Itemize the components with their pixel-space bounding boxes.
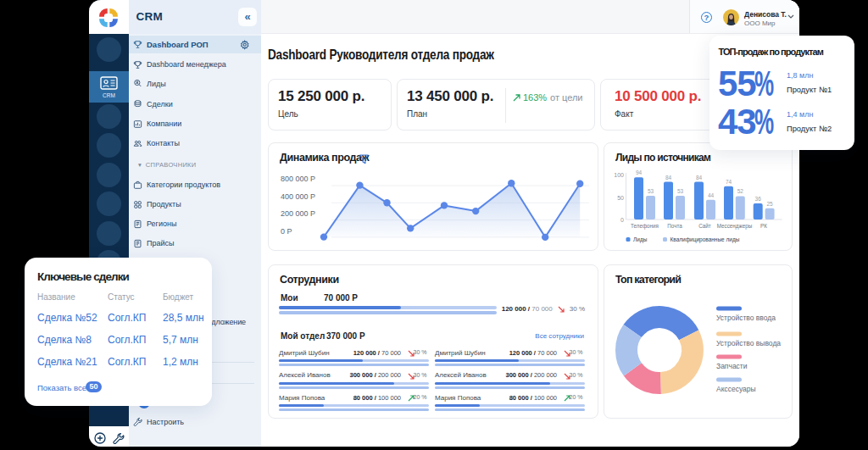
svg-text:84: 84 xyxy=(696,175,703,181)
svg-text:400 000 Р: 400 000 Р xyxy=(281,192,315,201)
svg-text:0 Р: 0 Р xyxy=(281,227,292,236)
svg-text:РК: РК xyxy=(760,223,767,229)
svg-text:50: 50 xyxy=(617,195,624,201)
svg-text:Мессенджеры: Мессенджеры xyxy=(717,223,753,230)
svg-text:800 000 Р: 800 000 Р xyxy=(281,175,315,183)
svg-text:25: 25 xyxy=(766,201,773,207)
svg-text:Акссесуары: Акссесуары xyxy=(716,385,756,393)
svg-text:53: 53 xyxy=(677,188,684,194)
svg-text:36: 36 xyxy=(755,196,762,202)
svg-text:0: 0 xyxy=(620,217,624,223)
svg-text:200 000 Р: 200 000 Р xyxy=(281,209,315,218)
svg-text:100: 100 xyxy=(614,172,624,178)
svg-text:Почта: Почта xyxy=(667,223,682,229)
svg-text:Телефония: Телефония xyxy=(631,223,659,230)
svg-text:44: 44 xyxy=(708,192,715,198)
svg-text:Запчасти: Запчасти xyxy=(716,362,748,370)
svg-text:Устройство ввода: Устройство ввода xyxy=(716,314,776,322)
svg-text:74: 74 xyxy=(726,179,732,185)
svg-text:53: 53 xyxy=(648,188,654,194)
svg-text:Сайт: Сайт xyxy=(698,223,711,229)
svg-text:Лиды: Лиды xyxy=(633,236,648,243)
svg-text:84: 84 xyxy=(665,175,672,181)
svg-text:52: 52 xyxy=(737,188,744,194)
svg-text:Устройство вывода: Устройство вывода xyxy=(716,339,781,347)
svg-text:94: 94 xyxy=(636,169,643,175)
svg-text:Квалифицированные лиды: Квалифицированные лиды xyxy=(670,236,740,243)
